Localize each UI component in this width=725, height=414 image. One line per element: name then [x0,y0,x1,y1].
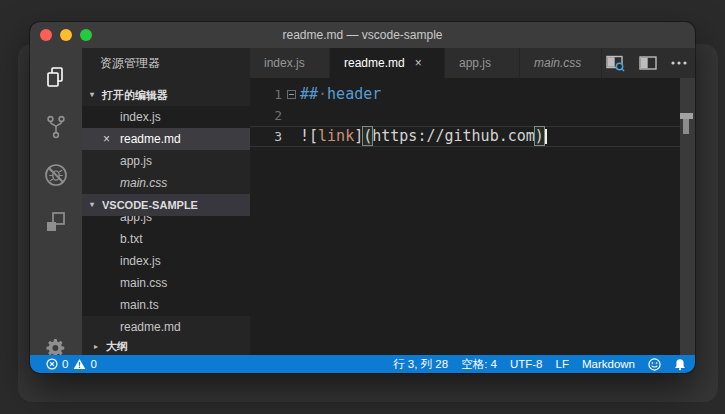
code-line-3: 3 ![link](https://github.com) [250,126,680,147]
explorer-icon[interactable] [30,62,82,96]
twistie-expanded-icon: ▾ [90,84,100,106]
open-editor-item-readmemd[interactable]: × readme.md [82,128,250,150]
more-actions-icon[interactable] [671,61,687,65]
debug-icon[interactable] [30,158,82,192]
error-circle-x-icon [46,358,58,370]
tab-readmemd[interactable]: readme.md× [330,48,445,78]
tree-item-maints[interactable]: main.ts [82,294,250,316]
line-number: 1 [250,84,282,105]
markdown-link-text: link [318,127,354,145]
active-line-number: 3 [250,126,282,147]
twistie-collapsed-icon: ▸ [94,338,104,355]
open-editors-section-header[interactable]: ▾ 打开的编辑器 [82,84,250,106]
tree-item-maincss[interactable]: main.css [82,272,250,294]
language-mode[interactable]: Markdown [582,358,635,370]
outline-section-header[interactable]: ▸ 大纲 [82,338,250,355]
window-title: readme.md — vscode-sample [30,22,695,48]
editor-pane[interactable]: 1 ##·header 2 3 ![link](https://github.c… [250,78,695,355]
close-icon[interactable]: × [103,128,110,150]
folder-name: VSCODE-SAMPLE [82,194,250,216]
status-bar: 0 0 行 3, 列 28 空格: 4 UTF-8 LF Markdown [30,355,695,373]
titlebar: readme.md — vscode-sample [30,22,695,48]
section-label: 打开的编辑器 [82,84,250,106]
notifications-bell-icon[interactable] [674,358,686,371]
sidebar-title: 资源管理器 [82,48,250,78]
whitespace-dot: · [318,85,327,103]
text-cursor [545,129,547,144]
overview-ruler[interactable] [680,78,695,355]
twistie-expanded-icon: ▾ [90,194,100,216]
tab-bar: index.js readme.md× app.js main.css [250,48,695,78]
bracket-match-close: ) [534,126,545,146]
indentation[interactable]: 空格: 4 [461,357,497,372]
cursor-position[interactable]: 行 3, 列 28 [393,357,448,372]
problems-errors[interactable]: 0 [46,358,68,370]
warning-triangle-icon [73,358,86,370]
tree-item-indexjs[interactable]: index.js [82,250,250,272]
eol-sequence[interactable]: LF [556,358,569,370]
tree-item-appjs[interactable]: app.js [82,216,250,228]
tree-item-btxt[interactable]: b.txt [82,228,250,250]
open-editor-item-indexjs[interactable]: index.js [82,106,250,128]
code-line-2: 2 [250,105,680,126]
tab-actions [606,48,687,78]
tab-maincss[interactable]: main.css [520,48,602,78]
markdown-link-url: https://github.com [372,127,535,145]
tab-close-icon[interactable]: × [415,56,422,70]
folder-section-header[interactable]: ▾ VSCODE-SAMPLE [82,194,250,216]
open-editor-item-maincss[interactable]: main.css [82,172,250,194]
activity-bar [30,48,82,355]
feedback-smiley-icon[interactable] [648,358,661,371]
tab-appjs[interactable]: app.js [445,48,520,78]
split-editor-icon[interactable] [639,56,657,70]
section-label: 大纲 [82,338,250,355]
open-editor-item-appjs[interactable]: app.js [82,150,250,172]
source-control-icon[interactable] [30,110,82,144]
sidebar-explorer: 资源管理器 ▾ 打开的编辑器 index.js × readme.md app.… [82,48,250,355]
code-line-1: 1 ##·header [250,84,680,105]
scrollbar-thumb[interactable] [683,119,689,134]
problems-warnings[interactable]: 0 [73,358,96,370]
tab-indexjs[interactable]: index.js [250,48,330,78]
fold-collapse-icon[interactable] [287,90,296,99]
tree-item-readmemd[interactable]: readme.md [82,316,250,338]
extensions-icon[interactable] [30,205,82,239]
open-preview-icon[interactable] [606,55,625,72]
vscode-window: readme.md — vscode-sample [30,22,695,373]
encoding[interactable]: UTF-8 [510,358,543,370]
